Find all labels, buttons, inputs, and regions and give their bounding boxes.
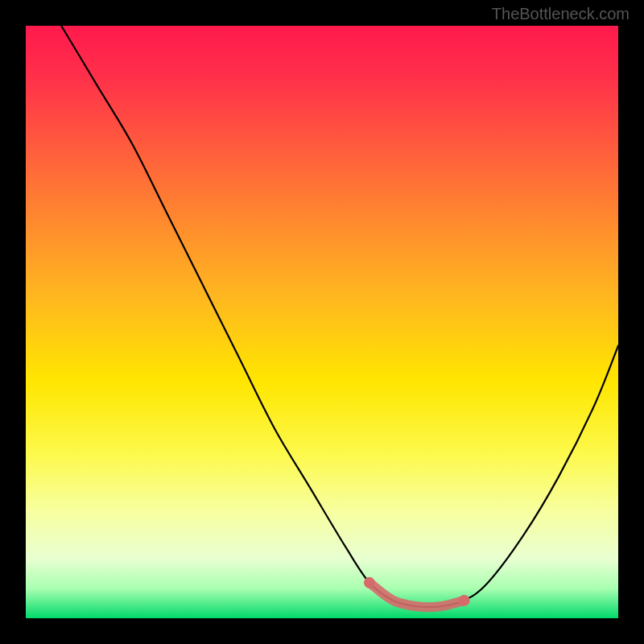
highlight-endpoint (364, 577, 375, 588)
bottleneck-curve (26, 26, 618, 607)
watermark-text: TheBottleneck.com (492, 5, 630, 23)
highlight-endpoint (459, 595, 470, 606)
plot-area (26, 26, 618, 618)
optimal-region-highlight (369, 583, 464, 607)
chart-svg (26, 26, 618, 618)
